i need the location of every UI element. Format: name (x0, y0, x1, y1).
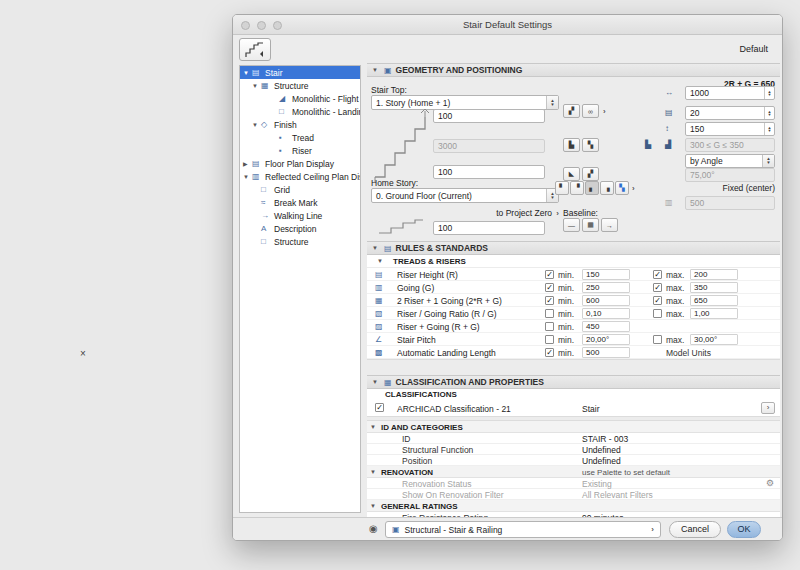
min-value-field[interactable]: 150 (582, 269, 630, 280)
eye-icon[interactable]: ◉ (369, 523, 378, 534)
riser-count-field[interactable]: 20 (685, 106, 775, 120)
angle-a-button[interactable]: ◣ (563, 167, 580, 181)
min-value-field[interactable]: 250 (582, 282, 630, 293)
segment-5-button[interactable]: ▚ (615, 181, 629, 195)
angle-b-button[interactable]: ▞ (582, 167, 599, 181)
renovation-group[interactable]: RENOVATION use Palette to set default (367, 466, 780, 478)
expander-icon[interactable] (252, 83, 261, 89)
max-value-field[interactable]: 200 (690, 269, 738, 280)
going-lock-button[interactable]: ▙ (563, 138, 580, 152)
min-checkbox[interactable] (545, 309, 554, 318)
tree-item-tread[interactable]: ▪ Tread (240, 131, 360, 144)
treads-risers-group[interactable]: TREADS & RISERS (367, 255, 780, 268)
baseline-offset-button[interactable]: → (601, 218, 618, 232)
stair-width-field[interactable]: 1000 (685, 86, 775, 100)
collapse-icon[interactable] (372, 379, 380, 385)
tree-item-structure-2[interactable]: □ Structure (240, 235, 360, 248)
layer-dropdown[interactable]: ▣ Structural - Stair & Railing › (385, 521, 661, 538)
minimize-button[interactable] (257, 21, 266, 30)
max-checkbox[interactable] (653, 270, 662, 279)
gear-icon[interactable]: ⚙ (766, 478, 774, 488)
property-row-position[interactable]: Position Undefined (367, 455, 780, 466)
classification-checkbox[interactable] (375, 403, 384, 412)
section-rules-header[interactable]: ▤ RULES & STANDARDS (367, 241, 780, 255)
angle-mode-dropdown[interactable]: by Angle (685, 154, 775, 168)
riser-height-field[interactable]: 150 (685, 122, 775, 136)
min-checkbox[interactable] (545, 348, 554, 357)
classification-row[interactable]: ARCHICAD Classification - 21 Stair › (367, 401, 780, 416)
tree-item-reflected-ceiling-plan[interactable]: ▥ Reflected Ceiling Plan Displ (240, 170, 360, 183)
segment-4-button[interactable]: ▗ (600, 181, 614, 195)
min-value-field[interactable]: 0,10 (582, 308, 630, 319)
max-value-field[interactable]: 1,00 (690, 308, 738, 319)
cancel-button[interactable]: Cancel (669, 521, 721, 538)
tree-item-description[interactable]: A Description (240, 222, 360, 235)
min-checkbox[interactable] (545, 322, 554, 331)
max-checkbox[interactable] (653, 283, 662, 292)
segment-chevron-icon[interactable]: › (632, 184, 635, 193)
min-checkbox[interactable] (545, 296, 554, 305)
zoom-button[interactable] (273, 21, 282, 30)
stepper-icon[interactable] (764, 107, 774, 119)
max-checkbox[interactable] (653, 309, 662, 318)
max-checkbox[interactable] (653, 335, 662, 344)
expander-icon[interactable] (243, 160, 252, 167)
min-value-field[interactable]: 20,00° (582, 334, 630, 345)
tree-item-floor-plan-display[interactable]: ▤ Floor Plan Display (240, 157, 360, 170)
stepper-icon[interactable] (764, 87, 774, 99)
property-row-id[interactable]: ID STAIR - 003 (367, 433, 780, 444)
min-checkbox[interactable] (545, 270, 554, 279)
min-value-field[interactable]: 600 (582, 295, 630, 306)
max-value-field[interactable]: 350 (690, 282, 738, 293)
collapse-icon[interactable] (372, 67, 380, 73)
to-project-zero-link[interactable]: to Project Zero › (433, 208, 559, 218)
segment-3-button[interactable]: ▖ (585, 181, 599, 195)
section-geometry-header[interactable]: ▣ GEOMETRY AND POSITIONING (367, 63, 780, 77)
baseline-center-button[interactable]: ▦ (582, 218, 599, 232)
section-classification-header[interactable]: ▦ CLASSIFICATION AND PROPERTIES (367, 375, 780, 389)
tree-item-grid[interactable]: □ Grid (240, 183, 360, 196)
max-checkbox[interactable] (653, 296, 662, 305)
id-categories-group[interactable]: ID AND CATEGORIES (367, 421, 780, 433)
ok-button[interactable]: OK (727, 521, 761, 538)
collapse-icon[interactable] (372, 245, 380, 251)
chain-link-button[interactable]: ∞ (582, 104, 599, 118)
top-offset-field[interactable]: 100 (433, 109, 545, 123)
stepper-icon[interactable] (764, 123, 774, 135)
titlebar[interactable]: Stair Default Settings (233, 15, 782, 35)
collapse-icon[interactable] (370, 424, 379, 430)
collapse-icon[interactable] (370, 469, 379, 475)
going-rule-button[interactable]: ▚ (582, 138, 599, 152)
expander-icon[interactable] (243, 174, 252, 180)
more-chevron-icon[interactable]: › (603, 107, 606, 116)
elevation-field[interactable]: 100 (433, 221, 545, 235)
tree-item-break-mark[interactable]: ≈ Break Mark (240, 196, 360, 209)
property-row-structural-function[interactable]: Structural Function Undefined (367, 444, 780, 455)
tree-item-walking-line[interactable]: → Walking Line (240, 209, 360, 222)
stair-type-button[interactable] (239, 38, 271, 61)
tree-item-monolithic-flight[interactable]: ◢ Monolithic - Flight (240, 92, 360, 105)
min-checkbox[interactable] (545, 283, 554, 292)
home-story-dropdown[interactable]: 0. Ground Floor (Current) (371, 188, 559, 203)
tree-item-riser[interactable]: ▪ Riser (240, 144, 360, 157)
max-value-field[interactable]: 30,00° (690, 334, 738, 345)
segment-1-button[interactable]: ▘ (555, 181, 569, 195)
min-value-field[interactable]: 500 (582, 347, 630, 358)
classification-detail-button[interactable]: › (761, 402, 775, 414)
tree-item-stair[interactable]: ▤ Stair (240, 66, 360, 79)
baseline-left-button[interactable]: — (563, 218, 580, 232)
collapse-icon[interactable] (377, 258, 386, 264)
offset-link-button[interactable]: ▞ (563, 104, 580, 118)
max-value-field[interactable]: 650 (690, 295, 738, 306)
min-value-field[interactable]: 450 (582, 321, 630, 332)
expander-icon[interactable] (252, 122, 261, 128)
bottom-offset-field[interactable]: 100 (433, 165, 545, 179)
general-ratings-group[interactable]: GENERAL RATINGS (367, 500, 780, 512)
segment-2-button[interactable]: ▝ (570, 181, 584, 195)
tree-item-monolithic-landing[interactable]: □ Monolithic - Landing (240, 105, 360, 118)
min-checkbox[interactable] (545, 335, 554, 344)
collapse-icon[interactable] (370, 503, 379, 509)
close-button[interactable] (241, 21, 250, 30)
tree-item-structure[interactable]: ▦ Structure (240, 79, 360, 92)
tree-item-finish[interactable]: ◇ Finish (240, 118, 360, 131)
